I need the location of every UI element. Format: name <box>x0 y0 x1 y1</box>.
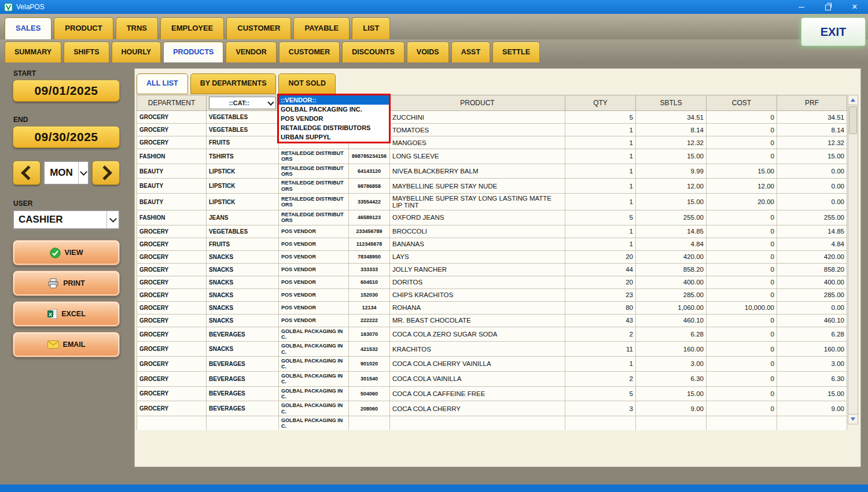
cell-sbtls: 4.84 <box>636 238 707 250</box>
sub-tab-discounts[interactable]: DISCOUNTS <box>342 42 404 62</box>
sub-tab-voids[interactable]: VOIDS <box>407 42 449 62</box>
cell-qty: 1 <box>565 179 636 194</box>
sub-tab-asst[interactable]: ASST <box>451 42 490 62</box>
table-row[interactable]: GROCERYFRUITSMANGOES112.32012.32 <box>137 136 847 149</box>
cell-department: GROCERY <box>137 371 207 386</box>
cell-cost: 0 <box>707 263 777 276</box>
category-filter-select[interactable]: ::CAT:: <box>209 97 276 109</box>
table-row[interactable]: GROCERYSNACKSGOLBAL PACKAGING INC.421532… <box>137 342 847 357</box>
scroll-up-button[interactable] <box>848 95 858 105</box>
table-row[interactable]: GROCERYVEGETABLESPOS VENDOR233456789BROC… <box>137 225 847 238</box>
vendor-dropdown-item[interactable]: URBAN SUPPYL <box>279 132 389 142</box>
table-row[interactable]: GROCERYFRUITSPOS VENDOR112345678BANANAS1… <box>137 238 847 250</box>
main-tab-payable[interactable]: PAYABLE <box>293 17 350 39</box>
cell-cost: 0 <box>707 371 777 386</box>
table-scrollbar[interactable] <box>848 95 858 424</box>
table-row[interactable]: GROCERYBEVERAGESGOLBAL PACKAGING INC.504… <box>137 386 847 401</box>
department-header[interactable]: DEPARTMENT <box>137 95 207 111</box>
scroll-down-button[interactable] <box>848 414 858 424</box>
cell-qty: 44 <box>565 263 636 276</box>
user-select[interactable]: CASHIER <box>13 210 120 230</box>
cell-department: GROCERY <box>137 263 207 276</box>
table-row[interactable]: FASHIONJEANSRETAILEDGE DISTRIBUTORS46589… <box>137 210 847 225</box>
exit-button[interactable]: EXIT <box>801 17 866 46</box>
email-button[interactable]: EMAIL <box>13 332 120 357</box>
period-select[interactable]: MON <box>43 161 89 185</box>
sub-tab-vendor[interactable]: VENDOR <box>226 42 276 62</box>
scrollbar-thumb[interactable] <box>849 106 857 134</box>
table-row[interactable]: GROCERYBEVERAGESGOLBAL PACKAGING INC.901… <box>137 357 847 372</box>
sbtls-header[interactable]: SBTLS <box>636 95 707 111</box>
table-row[interactable]: BEAUTYLIPSTICKRETAILEDGE DISTRIBUTORS641… <box>137 164 847 179</box>
table-row[interactable]: GROCERYBEVERAGESGOLBAL PACKAGING INC.208… <box>137 401 847 416</box>
vendor-dropdown-item[interactable]: GOLBAL PACKAGING INC. <box>279 105 389 114</box>
cell-qty: 11 <box>565 342 636 357</box>
main-tab-employee[interactable]: EMPLOYEE <box>160 17 224 39</box>
close-button[interactable]: × <box>841 0 868 14</box>
excel-button[interactable]: XEXCEL <box>13 301 120 327</box>
table-row[interactable]: GROCERYVEGETABLESZUCCHINI534.51034.51 <box>137 111 847 124</box>
start-date-button[interactable]: 09/01/2025 <box>13 80 120 102</box>
print-button[interactable]: PRINT <box>13 271 120 296</box>
product-header[interactable]: PRODUCT <box>390 95 565 111</box>
cell-qty: 2 <box>565 371 636 386</box>
sub-tab-summary[interactable]: SUMMARY <box>5 42 61 62</box>
view-tab-not-sold[interactable]: NOT SOLD <box>278 73 336 94</box>
vendor-dropdown-item[interactable]: RETAILEDGE DISTRIBUTORS <box>279 123 389 132</box>
sub-tab-shifts[interactable]: SHIFTS <box>64 42 109 62</box>
table-row[interactable]: GROCERYBEVERAGESGOLBAL PACKAGING INC.163… <box>137 327 847 342</box>
cell-barcode: 78348950 <box>349 250 390 263</box>
sub-tab-products[interactable]: PRODUCTS <box>163 42 223 62</box>
cell-product <box>390 416 565 430</box>
table-row[interactable]: FASHIONTSHIRTSRETAILEDGE DISTRIBUTORS898… <box>137 149 847 164</box>
next-period-button[interactable] <box>92 161 120 185</box>
cell-vendor: POS VENDOR <box>279 288 349 301</box>
vendor-dropdown-item[interactable]: ::VENDOR:: <box>279 95 389 105</box>
table-row[interactable]: GROCERYSNACKSPOS VENDOR152030CHIPS KRACH… <box>137 288 847 301</box>
table-row[interactable]: GROCERYSNACKSPOS VENDOR222222MR. BEAST C… <box>137 314 847 327</box>
vendor-dropdown-item[interactable]: POS VENDOR <box>279 114 389 123</box>
main-tab-customer[interactable]: CUSTOMER <box>226 17 291 39</box>
cell-department: GROCERY <box>137 124 207 136</box>
prev-period-button[interactable] <box>13 161 41 185</box>
view-button[interactable]: VIEW <box>13 240 120 265</box>
cost-header[interactable]: COST <box>707 95 777 111</box>
sub-tab-settle[interactable]: SETTLE <box>492 42 540 62</box>
minimize-button[interactable] <box>788 0 815 14</box>
main-tab-list[interactable]: LIST <box>352 17 390 39</box>
side-button-label: EXCEL <box>61 310 86 318</box>
scrollbar-track[interactable] <box>848 105 858 414</box>
view-tab-by-departments[interactable]: BY DEPARTMENTS <box>190 73 277 94</box>
cell-department: BEAUTY <box>137 194 207 210</box>
sub-tab-customer[interactable]: CUSTOMER <box>279 42 340 62</box>
table-row[interactable]: BEAUTYLIPSTICKRETAILEDGE DISTRIBUTORS987… <box>137 179 847 194</box>
main-tab-sales[interactable]: SALES <box>5 17 52 39</box>
table-row[interactable]: GROCERYSNACKSPOS VENDOR604510DORITOS2040… <box>137 276 847 288</box>
cell-category: BEVERAGES <box>207 357 279 372</box>
cell-cost: 0 <box>707 136 777 149</box>
qty-header[interactable]: QTY <box>565 95 636 111</box>
start-label: START <box>13 69 120 77</box>
table-row[interactable]: BEAUTYLIPSTICKRETAILEDGE DISTRIBUTORS335… <box>137 194 847 210</box>
table-row[interactable]: GROCERYVEGETABLESTOMATOES18.1408.14 <box>137 124 847 136</box>
table-row[interactable]: GROCERYSNACKSPOS VENDOR333333JOLLY RANCH… <box>137 263 847 276</box>
table-row[interactable]: GROCERYSNACKSPOS VENDOR78348950LAYS20420… <box>137 250 847 263</box>
main-tab-trns[interactable]: TRNS <box>116 17 158 39</box>
cell-prf: 400.00 <box>777 276 847 288</box>
end-date-button[interactable]: 09/30/2025 <box>13 126 120 148</box>
table-row[interactable]: GROCERYSNACKSPOS VENDOR12134ROHANA801,06… <box>137 301 847 314</box>
excel-icon: X <box>47 309 57 319</box>
cell-department: GROCERY <box>137 111 207 124</box>
table-row[interactable]: GROCERYBEVERAGESGOLBAL PACKAGING INC.301… <box>137 371 847 386</box>
main-tab-product[interactable]: PRODUCT <box>54 17 113 39</box>
cell-prf: 15.00 <box>777 149 847 164</box>
view-tab-all-list[interactable]: ALL LIST <box>137 73 188 94</box>
cell-product: COCA COLA CAFFEINE FREE <box>390 386 565 401</box>
table-row[interactable]: GOLBAL PACKAGING INC. <box>137 416 847 430</box>
cell-category: JEANS <box>207 210 279 225</box>
cell-vendor: GOLBAL PACKAGING INC. <box>279 371 349 386</box>
maximize-button[interactable] <box>815 0 841 14</box>
cell-department: GROCERY <box>137 136 207 149</box>
sub-tab-hourly[interactable]: HOURLY <box>112 42 161 62</box>
prf-header[interactable]: PRF <box>777 95 847 111</box>
